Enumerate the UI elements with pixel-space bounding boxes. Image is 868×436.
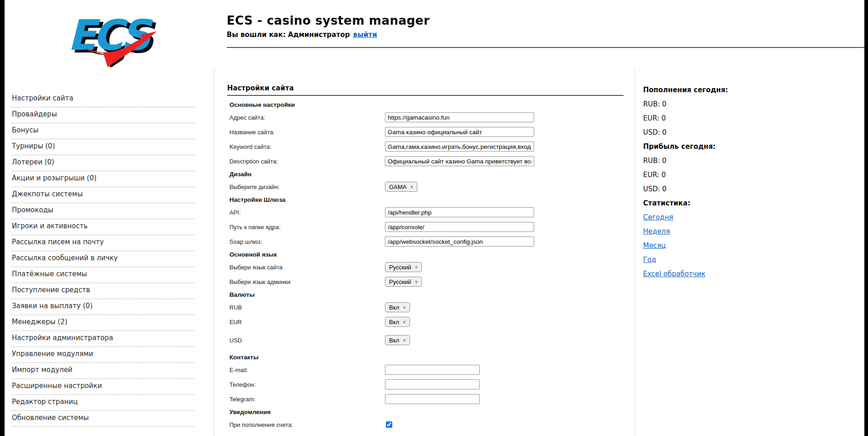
- select-dropdown[interactable]: Вкл ∨: [385, 317, 410, 327]
- chevron-down-icon: ∨: [410, 185, 413, 189]
- stat-value: EUR: 0: [643, 114, 860, 122]
- sidebar-item-label: Поступление средств: [12, 286, 90, 294]
- sidebar-item[interactable]: Лотереи (0): [11, 155, 195, 171]
- chevron-down-icon: ∨: [415, 265, 418, 269]
- stat-value: USD: 0: [643, 185, 860, 193]
- sidebar-item-label: Промокоды: [12, 206, 53, 214]
- sidebar-item[interactable]: Игроки и активность: [11, 219, 195, 235]
- field-label: При пополнение счета:: [229, 421, 385, 428]
- sidebar-item[interactable]: Джекпоты системы: [11, 187, 195, 203]
- sidebar-item-label: Джекпоты системы: [12, 190, 83, 198]
- ecs-logo: ECS ECS: [64, 6, 157, 67]
- chevron-down-icon: ∨: [403, 338, 406, 342]
- sidebar-item-label: Рассылка сообщений в личку: [12, 254, 118, 262]
- sidebar-item[interactable]: Управление модулями: [11, 347, 195, 363]
- header-text: ECS - casino system manager Вы вошли как…: [227, 14, 430, 39]
- text-input[interactable]: [385, 127, 534, 137]
- logout-link[interactable]: выйти: [353, 31, 377, 39]
- stat-link[interactable]: Excel обработчик: [643, 270, 705, 278]
- sidebar-item[interactable]: Импорт модулей: [11, 363, 195, 379]
- select-dropdown[interactable]: GAMA ∨: [385, 182, 417, 192]
- form-row: Выберите дизайн: GAMA ∨: [227, 182, 624, 192]
- sidebar-item[interactable]: Акции и розыгрыши (0): [11, 171, 195, 187]
- stat-value: RUB: 0: [643, 100, 860, 108]
- form-row: RUB Вкл ∨: [227, 302, 624, 312]
- text-input[interactable]: [385, 379, 480, 389]
- select-dropdown[interactable]: Вкл ∨: [385, 335, 410, 345]
- sidebar-item[interactable]: Платёжные системы: [11, 267, 195, 283]
- stat-link[interactable]: Неделя: [643, 227, 670, 236]
- sidebar-item[interactable]: Обновление системы: [11, 411, 195, 427]
- text-input[interactable]: [385, 365, 480, 375]
- form-row: Телефон:: [227, 379, 624, 389]
- form-section-title: Уведомления: [227, 409, 624, 416]
- field-label: Выбери язык сайта: [229, 264, 385, 271]
- stat-link[interactable]: Год: [643, 256, 656, 264]
- select-value: Вкл: [389, 319, 399, 326]
- form-row: Название сайта:: [227, 127, 624, 137]
- main-panel-divider: [227, 95, 624, 96]
- field-label: RUB: [229, 304, 385, 311]
- sidebar-item[interactable]: Бонусы: [11, 123, 195, 139]
- sidebar-item[interactable]: Редактор страниц: [11, 395, 195, 411]
- select-dropdown[interactable]: Русский ∨: [385, 277, 422, 287]
- sidebar-item-label: Импорт модулей: [12, 366, 73, 374]
- sidebar-item[interactable]: Провайдеры: [11, 107, 195, 123]
- sidebar-item[interactable]: Турниры (0): [11, 139, 195, 155]
- sidebar-item-label: Обновление системы: [12, 414, 89, 422]
- form-section-title: Настройки Шлюза: [227, 196, 624, 204]
- sidebar-item[interactable]: Заявки на выплату (0): [11, 299, 195, 315]
- text-input[interactable]: [385, 236, 534, 247]
- content: Настройки сайта Провайдеры Бонусы Турнир…: [5, 68, 864, 436]
- statistics-links: СегодняНеделяМесяцГодExcel обработчик: [643, 213, 860, 278]
- select-dropdown[interactable]: Вкл ∨: [385, 302, 410, 312]
- field-label: Выбери язык админки: [229, 278, 385, 285]
- text-input[interactable]: [385, 207, 534, 217]
- stat-link[interactable]: Сегодня: [643, 213, 673, 221]
- stat-link[interactable]: Месяц: [643, 242, 666, 250]
- sidebar-item[interactable]: Рассылка писем на почту: [11, 235, 195, 251]
- form-row: Выбери язык сайта Русский ∨: [227, 262, 624, 272]
- form-row: При пополнение счета:: [227, 420, 624, 430]
- field-label: Description сайта:: [229, 158, 385, 165]
- text-input[interactable]: [385, 222, 534, 232]
- sidebar-item-label: Менеджеры (2): [12, 318, 68, 326]
- chevron-down-icon: ∨: [403, 320, 406, 324]
- select-dropdown[interactable]: Русский ∨: [385, 262, 422, 272]
- sidebar-item-label: Настройки сайта: [12, 94, 73, 102]
- sidebar-item-label: Платёжные системы: [12, 270, 87, 278]
- sidebar-item-label: Управление модулями: [12, 350, 93, 358]
- sidebar-item[interactable]: Поступление средств: [11, 283, 195, 299]
- form-row: Выбери язык админки Русский ∨: [227, 277, 624, 287]
- notification-checkbox[interactable]: [386, 421, 392, 428]
- ecs-logo-image: ECS ECS: [64, 6, 157, 67]
- field-label: E-mail:: [229, 367, 385, 373]
- text-input[interactable]: [385, 394, 480, 404]
- form-row: Адрес сайта:: [227, 112, 624, 122]
- stat-value: EUR: 0: [643, 171, 860, 179]
- form-section-title: Основной язык: [227, 251, 624, 258]
- sidebar-item-label: Провайдеры: [12, 110, 57, 118]
- text-input[interactable]: [385, 112, 534, 122]
- sidebar-item[interactable]: Промокоды: [11, 203, 195, 219]
- sidebar-item-label: Заявки на выплату (0): [12, 302, 93, 310]
- form-row: EUR Вкл ∨: [227, 317, 624, 327]
- sidebar-item[interactable]: Настройки сайта: [11, 91, 195, 107]
- text-input[interactable]: [385, 142, 534, 152]
- sidebar-item-label: Лотереи (0): [12, 158, 54, 166]
- main-panel-title: Настройки сайта: [227, 84, 624, 92]
- sidebar-item[interactable]: Рассылка сообщений в личку: [11, 251, 195, 267]
- stats-panel: Пополнения сегодня: RUB: 0EUR: 0USD: 0 П…: [635, 68, 864, 436]
- site-settings-panel: Настройки сайта Основные настройки Адрес…: [214, 68, 635, 436]
- sidebar-item[interactable]: Настройки администратора: [11, 331, 195, 347]
- sidebar-item-label: Редактор страниц: [12, 398, 78, 406]
- statistics-title: Статистика:: [643, 199, 860, 207]
- field-label: Телефон:: [229, 381, 385, 388]
- sidebar-item-label: Расширенные настройки: [12, 382, 102, 390]
- sidebar-item[interactable]: Расширенные настройки: [11, 379, 195, 395]
- field-label: Название сайта:: [229, 129, 385, 136]
- text-input[interactable]: [385, 156, 534, 166]
- select-value: GAMA: [389, 184, 406, 190]
- page-title: ECS - casino system manager: [227, 14, 430, 27]
- sidebar-item[interactable]: Менеджеры (2): [11, 315, 195, 331]
